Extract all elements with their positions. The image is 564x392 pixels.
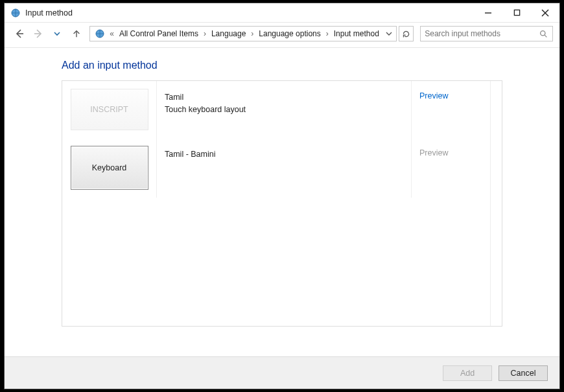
address-dropdown[interactable] — [383, 27, 395, 41]
address-bar[interactable]: « All Control Panel Items › Language › L… — [89, 26, 397, 41]
chevron-right-icon: › — [250, 29, 255, 38]
chevron-right-icon: › — [325, 29, 330, 38]
list-item[interactable]: Keyboard Tamil - Bamini Preview — [62, 138, 502, 198]
cancel-button[interactable]: Cancel — [499, 365, 548, 381]
breadcrumb-item[interactable]: Language options — [255, 29, 324, 38]
breadcrumb-item[interactable]: All Control Panel Items — [115, 29, 202, 38]
search-icon — [539, 29, 548, 38]
maximize-button[interactable] — [502, 3, 531, 22]
breadcrumb-item[interactable]: Input method — [330, 29, 383, 38]
preview-link-disabled: Preview — [419, 148, 448, 157]
svg-point-9 — [541, 31, 545, 36]
forward-button[interactable] — [30, 25, 46, 42]
window-frame: Input method — [4, 3, 560, 389]
content-area: Add an input method INSCRIPT Tamil Touch… — [5, 48, 559, 356]
breadcrumb-prefix: « — [108, 29, 115, 38]
search-box[interactable] — [420, 26, 553, 41]
list-item[interactable]: INSCRIPT Tamil Touch keyboard layout Pre… — [62, 81, 502, 138]
titlebar: Input method — [5, 3, 559, 23]
close-button[interactable] — [531, 3, 559, 22]
scrollbar[interactable] — [490, 81, 502, 326]
nav-bar: « All Control Panel Items › Language › L… — [5, 23, 559, 45]
address-icon — [94, 28, 106, 40]
up-button[interactable] — [68, 25, 84, 42]
tile-label: Keyboard — [92, 163, 127, 172]
layout-tile-inscript: INSCRIPT — [71, 89, 148, 130]
method-description: Tamil Touch keyboard layout — [156, 81, 411, 138]
search-input[interactable] — [425, 29, 539, 38]
refresh-button[interactable] — [399, 26, 414, 41]
app-icon — [10, 7, 21, 19]
footer: Add Cancel — [5, 356, 559, 389]
window-title: Input method — [25, 8, 474, 17]
back-button[interactable] — [11, 25, 27, 42]
method-name: Tamil - Bamini — [165, 148, 403, 161]
method-name: Tamil — [165, 91, 403, 104]
svg-line-10 — [545, 35, 546, 37]
method-description: Tamil - Bamini — [156, 138, 411, 198]
minimize-button[interactable] — [474, 3, 502, 22]
svg-rect-2 — [514, 10, 519, 15]
chevron-right-icon: › — [202, 29, 207, 38]
page-title: Add an input method — [62, 60, 559, 71]
breadcrumb-item[interactable]: Language — [207, 29, 250, 38]
tile-label: INSCRIPT — [90, 105, 128, 114]
method-subtext: Touch keyboard layout — [165, 104, 403, 116]
input-method-list: INSCRIPT Tamil Touch keyboard layout Pre… — [62, 80, 502, 327]
preview-link[interactable]: Preview — [419, 91, 448, 100]
add-button[interactable]: Add — [443, 365, 492, 381]
layout-tile-keyboard[interactable]: Keyboard — [71, 146, 148, 190]
window-controls — [474, 3, 559, 22]
recent-dropdown[interactable] — [49, 25, 65, 42]
